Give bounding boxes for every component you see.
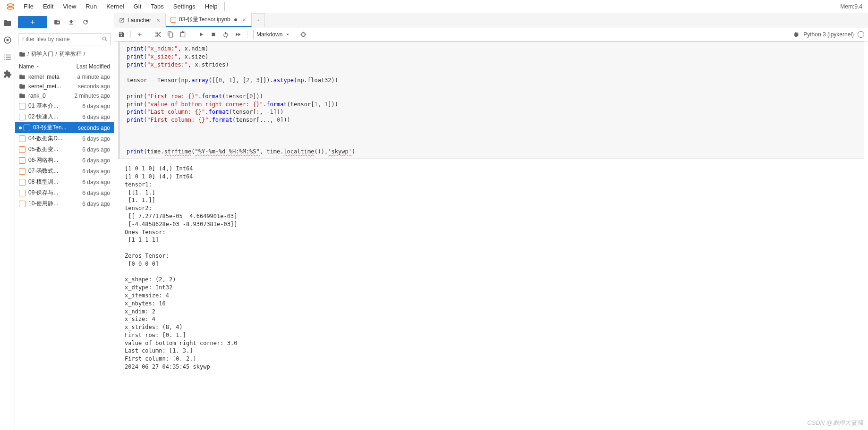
file-row[interactable]: 09-保存与...6 days ago	[15, 187, 114, 198]
close-icon[interactable]	[242, 17, 247, 22]
close-icon[interactable]	[156, 18, 161, 23]
kernel-status-icon[interactable]	[858, 31, 864, 38]
file-row[interactable]: 02-快速入...6 days ago	[15, 111, 114, 122]
notebook-icon	[19, 179, 26, 185]
tab[interactable]: 03-张量Tensor.ipynb	[166, 13, 252, 27]
menu-help[interactable]: Help	[200, 1, 222, 12]
file-modified: 6 days ago	[82, 201, 110, 207]
breadcrumb-seg[interactable]: 初学入门	[31, 50, 53, 58]
code-cell[interactable]: print("x_ndim:", x.ndim) print("x_size:"…	[118, 42, 864, 159]
file-row[interactable]: rank_02 minutes ago	[15, 91, 114, 101]
render-icon[interactable]	[300, 31, 306, 38]
file-row[interactable]: 05-数据变...6 days ago	[15, 144, 114, 155]
toc-icon[interactable]	[3, 53, 12, 61]
file-modified: 6 days ago	[82, 168, 110, 175]
file-row[interactable]: 04-数据集D...6 days ago	[15, 133, 114, 144]
file-modified: 6 days ago	[82, 190, 110, 196]
menu-kernel[interactable]: Kernel	[102, 1, 129, 12]
file-row[interactable]: kernel_metaa minute ago	[15, 72, 114, 82]
file-name: 08-模型训...	[28, 178, 79, 186]
breadcrumb[interactable]: /初学入门/初学教程/	[15, 47, 114, 61]
folder-icon	[19, 83, 26, 90]
dirty-dot-icon	[234, 18, 237, 21]
file-row[interactable]: 03-张量Ten...seconds ago	[15, 122, 114, 133]
stop-icon[interactable]	[210, 31, 217, 38]
watermark: CSDN @彪悍大蓝猫	[807, 419, 863, 427]
notebook-icon	[19, 168, 26, 175]
file-list-header[interactable]: Name Last Modified	[15, 61, 114, 72]
restart-icon[interactable]	[222, 31, 229, 38]
paste-icon[interactable]	[179, 31, 186, 38]
file-modified: 6 days ago	[82, 179, 110, 185]
file-name: rank_0	[28, 93, 72, 99]
breadcrumb-seg[interactable]: /	[84, 51, 85, 58]
filter-input[interactable]	[18, 33, 111, 45]
file-name: kernel_meta	[28, 74, 75, 80]
file-row[interactable]: 07-函数式...6 days ago	[15, 166, 114, 177]
menu-run[interactable]: Run	[81, 1, 102, 12]
running-icon[interactable]	[3, 36, 12, 44]
run-icon[interactable]	[198, 31, 204, 38]
file-row[interactable]: 08-模型训...6 days ago	[15, 177, 114, 187]
notebook-icon	[19, 135, 26, 142]
file-row[interactable]: 10-使用静...6 days ago	[15, 198, 114, 209]
kernel-name[interactable]: Python 3 (ipykernel)	[803, 31, 854, 38]
folder-icon[interactable]	[3, 19, 12, 27]
folder-icon	[19, 74, 26, 80]
menu-tabs[interactable]: Tabs	[146, 1, 168, 12]
fast-forward-icon[interactable]	[235, 31, 241, 38]
file-list: kernel_metaa minute agokernel_met...seco…	[15, 72, 114, 430]
menu-edit[interactable]: Edit	[38, 1, 58, 12]
menu-settings[interactable]: Settings	[169, 1, 200, 12]
menubar: FileEditViewRunKernelGitTabsSettingsHelp…	[0, 0, 868, 13]
file-name: 05-数据变...	[28, 145, 79, 153]
menu-file[interactable]: File	[19, 1, 38, 12]
launcher-icon	[119, 17, 125, 23]
notebook-icon	[19, 157, 26, 164]
save-icon[interactable]	[118, 31, 125, 38]
file-row[interactable]: 01-基本介...6 days ago	[15, 101, 114, 111]
file-modified: 6 days ago	[82, 135, 110, 142]
chevron-down-icon	[284, 31, 291, 38]
new-launcher-button[interactable]	[18, 16, 47, 28]
breadcrumb-seg[interactable]: 初学教程	[59, 50, 82, 58]
add-tab-button[interactable]	[252, 13, 265, 27]
tab-label: 03-张量Tensor.ipynb	[179, 16, 230, 24]
notebook-icon	[19, 201, 26, 207]
file-modified: 6 days ago	[82, 157, 110, 164]
plus-icon	[257, 17, 260, 23]
debug-icon[interactable]	[793, 31, 800, 38]
notebook-icon	[19, 103, 26, 110]
file-modified: 2 minutes ago	[75, 93, 110, 99]
file-row[interactable]: 06-网络构...6 days ago	[15, 155, 114, 166]
upload-icon[interactable]	[68, 19, 75, 25]
menu-view[interactable]: View	[58, 1, 81, 12]
refresh-icon[interactable]	[82, 19, 89, 25]
col-name: Name	[19, 63, 34, 70]
memory-indicator: Mem:9.4	[840, 3, 862, 10]
notebook-toolbar: Markdown Python 3 (ipykernel)	[114, 27, 868, 42]
file-name: 02-快速入...	[28, 113, 79, 121]
cut-icon[interactable]	[155, 31, 162, 38]
file-name: 04-数据集D...	[28, 135, 79, 143]
extensions-icon[interactable]	[3, 70, 12, 78]
new-folder-icon[interactable]	[54, 19, 60, 25]
file-name: 09-保存与...	[28, 189, 79, 197]
notebook-icon	[19, 146, 26, 153]
tab[interactable]: Launcher	[114, 13, 166, 27]
folder-icon	[19, 93, 26, 99]
file-modified: 6 days ago	[82, 103, 110, 110]
file-name: kernel_met...	[28, 83, 75, 90]
file-row[interactable]: kernel_met...seconds ago	[15, 82, 114, 91]
svg-point-0	[7, 4, 13, 6]
notebook-area: print("x_ndim:", x.ndim) print("x_size:"…	[114, 42, 868, 430]
breadcrumb-seg[interactable]: /	[27, 51, 29, 58]
breadcrumb-seg[interactable]: /	[55, 51, 57, 58]
svg-point-1	[7, 7, 13, 9]
add-cell-icon[interactable]	[136, 31, 143, 38]
menu-git[interactable]: Git	[129, 1, 146, 12]
col-modified: Last Modified	[77, 63, 110, 70]
dirty-dot-icon	[19, 126, 22, 129]
copy-icon[interactable]	[167, 31, 174, 38]
cell-type-select[interactable]: Markdown	[253, 30, 294, 39]
